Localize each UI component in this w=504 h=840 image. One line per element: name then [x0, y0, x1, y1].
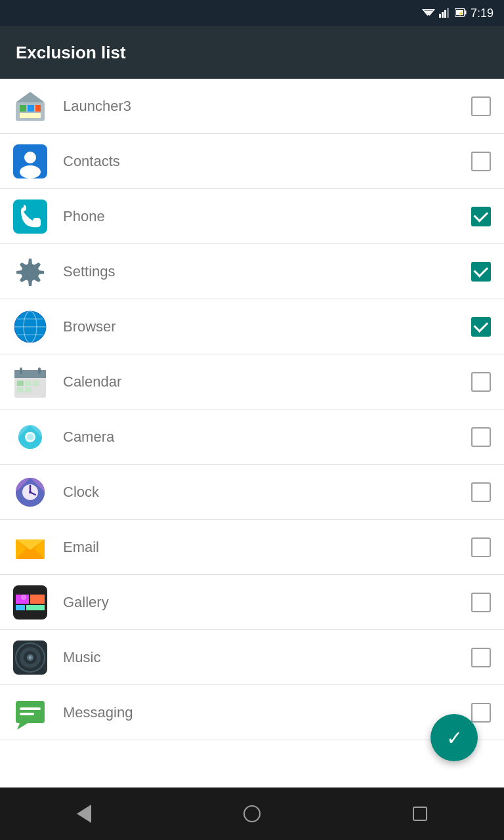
- app-name-launcher3: Launcher3: [63, 98, 471, 115]
- svg-rect-18: [20, 113, 41, 118]
- email-icon: [13, 530, 47, 564]
- svg-point-43: [27, 434, 33, 440]
- svg-rect-69: [20, 707, 41, 710]
- app-name-browser: Browser: [63, 318, 471, 335]
- list-item[interactable]: Music: [0, 630, 504, 685]
- svg-point-48: [29, 491, 32, 494]
- svg-text:⚡: ⚡: [458, 10, 464, 16]
- gallery-icon: [13, 585, 47, 620]
- svg-rect-16: [28, 105, 34, 112]
- camera-icon: [13, 420, 47, 454]
- wifi-icon: [422, 7, 435, 20]
- app-name-email: Email: [63, 539, 471, 556]
- list-item[interactable]: Settings: [0, 244, 504, 299]
- svg-rect-70: [20, 713, 34, 715]
- svg-point-21: [20, 165, 41, 178]
- svg-rect-9: [465, 10, 466, 14]
- music-icon: [13, 640, 47, 675]
- svg-rect-34: [20, 368, 22, 374]
- svg-point-59: [21, 595, 26, 600]
- svg-rect-7: [447, 8, 449, 18]
- svg-rect-58: [26, 605, 45, 610]
- app-name-gallery: Gallery: [63, 594, 471, 611]
- app-name-contacts: Contacts: [63, 153, 471, 170]
- svg-rect-4: [439, 14, 441, 18]
- contacts-icon: [13, 144, 47, 178]
- battery-icon: ⚡: [455, 8, 467, 19]
- launcher3-icon: [13, 89, 47, 123]
- recents-button[interactable]: [407, 801, 433, 827]
- status-bar: ⚡ 7:19: [0, 0, 504, 26]
- list-item[interactable]: Gallery: [0, 575, 504, 630]
- calendar-icon: [13, 365, 47, 399]
- svg-point-20: [24, 152, 36, 163]
- list-item[interactable]: Camera: [0, 410, 504, 465]
- checkbox-email[interactable]: [471, 537, 491, 557]
- clock-icon: [13, 475, 47, 509]
- back-button[interactable]: [71, 801, 97, 827]
- svg-rect-22: [13, 200, 47, 234]
- app-name-camera: Camera: [63, 429, 471, 446]
- checkbox-browser[interactable]: [471, 317, 491, 337]
- svg-rect-39: [17, 387, 24, 392]
- svg-rect-37: [25, 381, 32, 386]
- list-item[interactable]: Email: [0, 520, 504, 575]
- recents-icon: [413, 807, 427, 821]
- status-time: 7:19: [471, 7, 494, 20]
- app-list: Launcher3 Contacts Phone: [0, 79, 504, 788]
- app-name-messaging: Messaging: [63, 704, 471, 721]
- checkbox-launcher3[interactable]: [471, 96, 491, 116]
- home-icon: [243, 805, 261, 822]
- app-name-settings: Settings: [63, 263, 471, 280]
- svg-point-65: [29, 656, 32, 659]
- checkbox-settings[interactable]: [471, 262, 491, 282]
- signal-icon: [439, 7, 451, 20]
- settings-icon: [13, 255, 47, 289]
- checkbox-camera[interactable]: [471, 427, 491, 447]
- checkbox-gallery[interactable]: [471, 593, 491, 612]
- app-name-music: Music: [63, 649, 471, 666]
- list-item[interactable]: Browser: [0, 299, 504, 354]
- checkbox-music[interactable]: [471, 648, 491, 667]
- svg-rect-33: [14, 370, 46, 378]
- svg-rect-36: [17, 381, 24, 386]
- svg-rect-56: [30, 595, 45, 604]
- svg-rect-6: [444, 10, 446, 18]
- checkmark-icon: ✓: [446, 726, 463, 749]
- browser-icon: [13, 310, 47, 344]
- page-title: Exclusion list: [16, 43, 126, 63]
- checkbox-contacts[interactable]: [471, 152, 491, 171]
- checkbox-clock[interactable]: [471, 482, 491, 502]
- list-item[interactable]: Launcher3: [0, 79, 504, 134]
- svg-rect-38: [33, 381, 39, 386]
- list-item[interactable]: Phone: [0, 189, 504, 244]
- svg-rect-17: [35, 105, 41, 112]
- checkbox-messaging[interactable]: [471, 703, 491, 723]
- list-item[interactable]: Contacts: [0, 134, 504, 189]
- app-name-phone: Phone: [63, 208, 471, 225]
- list-item[interactable]: Messaging: [0, 685, 504, 740]
- checkbox-phone[interactable]: [471, 207, 491, 226]
- fab-confirm-button[interactable]: ✓: [430, 714, 478, 761]
- app-name-clock: Clock: [63, 484, 471, 501]
- messaging-icon: [13, 696, 47, 730]
- list-item[interactable]: Clock: [0, 465, 504, 520]
- app-bar: Exclusion list: [0, 26, 504, 79]
- svg-rect-5: [442, 12, 444, 18]
- back-icon: [77, 805, 91, 823]
- phone-icon: [13, 200, 47, 234]
- home-button[interactable]: [239, 801, 265, 827]
- list-item[interactable]: Calendar: [0, 354, 504, 410]
- app-name-calendar: Calendar: [63, 373, 471, 390]
- svg-rect-35: [38, 368, 41, 374]
- svg-rect-67: [16, 701, 45, 723]
- bottom-navigation: [0, 788, 504, 840]
- svg-rect-40: [25, 387, 32, 392]
- checkbox-calendar[interactable]: [471, 372, 491, 392]
- svg-rect-57: [16, 605, 25, 610]
- status-icons: ⚡ 7:19: [422, 7, 494, 20]
- svg-rect-15: [20, 105, 26, 112]
